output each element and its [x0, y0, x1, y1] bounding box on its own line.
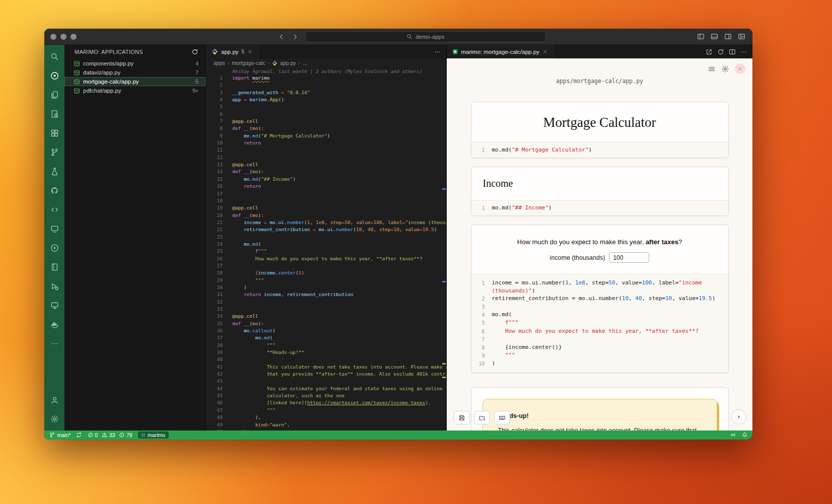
- notebook-icon: [50, 263, 59, 271]
- sidebar-title: MARIMO: APPLICATIONS: [75, 49, 143, 55]
- tab-label: marimo: mortgage-calc/app.py: [461, 49, 539, 55]
- marimo-status[interactable]: marimo: [138, 431, 169, 439]
- breadcrumb-file[interactable]: app.py: [280, 60, 296, 66]
- problems-badge: 5: [195, 79, 198, 85]
- broadcast-icon[interactable]: [730, 432, 736, 438]
- activity-search-doc[interactable]: [44, 104, 64, 123]
- activity-account[interactable]: [44, 390, 64, 409]
- activity-extensions[interactable]: [44, 123, 64, 142]
- reload-preview-icon[interactable]: [717, 48, 724, 55]
- history-back-icon[interactable]: [278, 33, 285, 40]
- marimo-footer-actions: [454, 411, 510, 424]
- run-button[interactable]: [731, 409, 746, 424]
- callout-paragraph: This calculator does not take taxes into…: [498, 426, 702, 430]
- problems-badge: 9+: [192, 88, 198, 94]
- toggle-panel-icon[interactable]: [711, 33, 718, 40]
- panel-button[interactable]: [474, 411, 490, 424]
- editor-actions-icon[interactable]: [434, 48, 441, 55]
- sidebar: MARIMO: APPLICATIONS components/app.py4d…: [64, 45, 205, 430]
- marimo-app-icon: [74, 60, 80, 67]
- sidebar-item[interactable]: components/app.py4: [64, 59, 205, 68]
- close-tab-icon[interactable]: [247, 49, 253, 54]
- close-window-button[interactable]: [50, 34, 56, 40]
- git-branch-icon: [49, 432, 55, 438]
- activity-play-circle[interactable]: [44, 238, 64, 257]
- sidebar-item-label: mortgage-calc/app.py: [83, 79, 139, 85]
- open-external-icon[interactable]: [706, 48, 713, 55]
- cell-code[interactable]: 1mo.md("## Income"): [471, 200, 728, 215]
- sidebar-item[interactable]: dataviz/app.py7: [64, 68, 205, 77]
- beaker-icon: [50, 167, 59, 176]
- close-tab-icon[interactable]: [542, 49, 548, 54]
- toggle-secondary-sidebar-icon[interactable]: [724, 33, 732, 40]
- customize-layout-icon[interactable]: [738, 33, 745, 40]
- history-forward-icon[interactable]: [292, 33, 299, 40]
- code-editor[interactable]: 1import marimo2 3__generated_with = "0.0…: [206, 75, 446, 430]
- marimo-ext-icon: [50, 71, 59, 80]
- layout-controls: [697, 33, 752, 40]
- tab-app-py[interactable]: app.py 5: [206, 45, 259, 58]
- activity-settings-gear[interactable]: [44, 409, 64, 428]
- income-heading: Income: [471, 167, 728, 200]
- app-title: Mortgage Calculator: [471, 102, 728, 142]
- command-center-search[interactable]: demo-apps: [305, 31, 546, 42]
- minimize-window-button[interactable]: [60, 34, 66, 40]
- marimo-app-icon: [74, 69, 80, 76]
- tab-marimo-preview[interactable]: marimo: mortgage-calc/app.py: [447, 45, 554, 58]
- activity-files[interactable]: [44, 85, 64, 104]
- folder-icon: [478, 414, 486, 421]
- activity-git-branch[interactable]: [44, 142, 64, 162]
- breadcrumb-symbol[interactable]: ...: [303, 60, 307, 66]
- marimo-logo-icon: [452, 49, 458, 55]
- problems-status[interactable]: 0 33 79: [88, 432, 132, 438]
- save-button[interactable]: [454, 411, 470, 424]
- question-text: How much do you expect to make this year…: [471, 225, 728, 246]
- sidebar-tree: components/app.py4dataviz/app.py7mortgag…: [64, 59, 205, 95]
- activity-docker[interactable]: [44, 315, 64, 334]
- activity-more[interactable]: [44, 334, 64, 353]
- gear-icon[interactable]: [721, 65, 729, 73]
- refresh-icon[interactable]: [191, 48, 198, 55]
- notifications-bell-icon[interactable]: [742, 432, 748, 438]
- activity-remote-window[interactable]: [44, 219, 64, 238]
- toggle-sidebar-icon[interactable]: [697, 33, 705, 40]
- problems-badge: 7: [195, 69, 198, 76]
- save-icon: [458, 414, 465, 421]
- activity-marimo-ext[interactable]: [44, 66, 64, 85]
- breadcrumb-apps[interactable]: apps: [214, 60, 225, 66]
- activity-notebook[interactable]: [44, 257, 64, 276]
- activity-beaker[interactable]: [44, 162, 64, 181]
- cell-code[interactable]: 1mo.md("# Mortgage Calculator"): [471, 142, 728, 158]
- activity-devices[interactable]: [44, 296, 64, 315]
- split-editor-icon[interactable]: [729, 48, 736, 55]
- tab-label: app.py: [221, 49, 239, 55]
- app-path: apps/mortgage-calc/app.py: [447, 78, 752, 85]
- more-icon: [50, 339, 59, 348]
- sidebar-item[interactable]: mortgage-calc/app.py5: [64, 77, 205, 86]
- overview-ruler[interactable]: [442, 75, 446, 430]
- breadcrumb: apps › mortgage-calc › app.py › ...: [206, 58, 446, 67]
- traffic-lights: [44, 34, 77, 40]
- breadcrumb-folder[interactable]: mortgage-calc: [232, 60, 265, 66]
- activity-code[interactable]: [44, 200, 64, 219]
- sync-status[interactable]: [76, 432, 82, 438]
- cell-code[interactable]: 1income = mo.ui.number(1, 1e8, step=50, …: [471, 274, 728, 372]
- activity-debug[interactable]: [44, 276, 64, 296]
- sidebar-item[interactable]: pdfchat/app.py9+: [64, 86, 205, 95]
- income-input[interactable]: [609, 252, 649, 263]
- preview-tab-bar: marimo: mortgage-calc/app.py: [447, 45, 752, 58]
- search-text: demo-apps: [415, 34, 445, 40]
- cell-income-card: Income 1mo.md("## Income"): [471, 167, 729, 216]
- editor-tab-bar: app.py 5: [206, 45, 446, 58]
- warning-callout: Heads-up! This calculator does not take …: [482, 399, 717, 430]
- zoom-window-button[interactable]: [71, 34, 77, 40]
- shutdown-button[interactable]: [735, 63, 745, 74]
- editor-actions-icon[interactable]: [740, 48, 747, 55]
- activity-search[interactable]: [44, 47, 64, 66]
- activity-github[interactable]: [44, 181, 64, 200]
- git-branch-status[interactable]: main*: [49, 432, 71, 438]
- menu-icon[interactable]: [708, 65, 716, 73]
- marimo-status-icon: [141, 433, 146, 438]
- sidebar-item-label: pdfchat/app.py: [83, 88, 121, 94]
- shortcuts-button[interactable]: [494, 411, 510, 424]
